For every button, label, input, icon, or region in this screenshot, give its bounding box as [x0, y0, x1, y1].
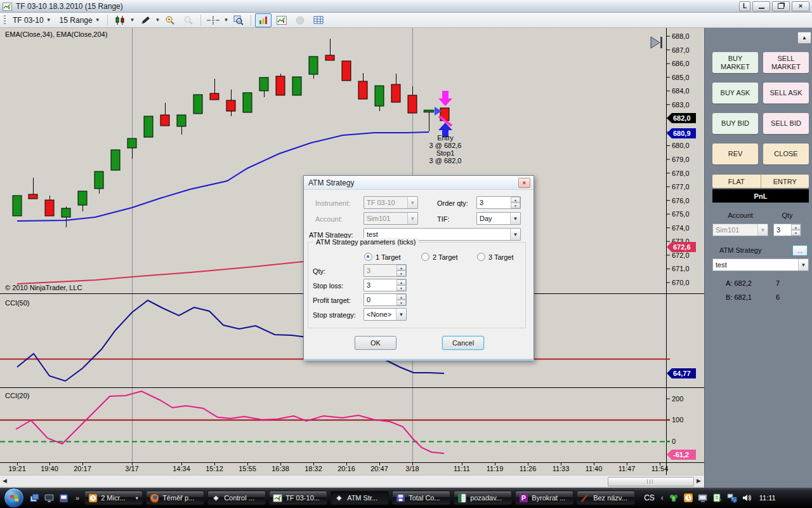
spin-down-icon[interactable]: ▼ [791, 230, 801, 236]
close-button[interactable]: × [792, 1, 809, 11]
sell-market-button[interactable]: SELL MARKET [763, 52, 809, 73]
account-select[interactable]: Sim101 ▼ [712, 224, 768, 236]
windows-taskbar: » 2 Micr...▼Téměř p...Control ...TF 03-1… [0, 488, 812, 508]
taskbar-button-t-m-p-[interactable]: Téměř p... [146, 491, 204, 505]
toolbar-grip[interactable] [4, 15, 6, 25]
entry-button[interactable]: ENTRY [761, 175, 809, 188]
taskbar-button-total-co-[interactable]: Total Co... [392, 491, 450, 505]
scroll-left-icon[interactable]: ◀ [3, 478, 7, 484]
taskbar-button-atm-str-[interactable]: ATM Str... [331, 491, 389, 505]
zoom-in-button[interactable] [162, 13, 178, 27]
stop-strategy-select[interactable]: <None> ▼ [363, 308, 407, 321]
spin-down-icon[interactable]: ▼ [511, 203, 520, 208]
instrument-select[interactable]: TF 03-10 ▼ [363, 196, 418, 209]
buy-market-button[interactable]: BUY MARKET [712, 52, 758, 73]
network-icon[interactable] [727, 493, 737, 503]
cancel-button[interactable]: Cancel [442, 336, 484, 350]
spin-down-icon[interactable]: ▼ [396, 285, 406, 291]
chevron-down-icon[interactable]: ▼ [130, 17, 135, 23]
clover-icon[interactable] [669, 493, 679, 503]
dialog-titlebar[interactable]: ATM Strategy × [304, 176, 534, 190]
card-icon[interactable] [712, 493, 723, 503]
grid-button[interactable] [310, 13, 327, 27]
rev-button[interactable]: REV [712, 144, 758, 164]
start-button[interactable] [4, 488, 24, 508]
radio-1-target[interactable]: 1 Target [364, 253, 401, 261]
profit-target-stepper[interactable]: 0 ▲▼ [363, 293, 407, 306]
task-label: ATM Str... [347, 494, 377, 502]
price-tick-label: 675,0 [672, 210, 690, 218]
tif-select[interactable]: Day ▼ [476, 212, 521, 225]
instrument-dropdown[interactable]: TF 03-10 ▼ [10, 15, 55, 26]
atm-strategy-value: test [367, 231, 378, 238]
chart-scrollbar[interactable]: ◀ ▶ [0, 475, 704, 486]
tray-clock-icon[interactable] [683, 493, 693, 503]
qty-stepper[interactable]: 3 ▲▼ [773, 224, 801, 236]
crosshair-button[interactable] [205, 13, 221, 27]
language-indicator[interactable]: CS [644, 493, 655, 502]
mini-chart-button[interactable] [273, 13, 290, 27]
data-box-button[interactable] [230, 13, 247, 27]
spin-down-icon[interactable]: ▼ [396, 300, 406, 305]
quick-launch-overflow[interactable]: » [75, 494, 79, 502]
minimize-button[interactable] [752, 1, 770, 11]
radio-3-target[interactable]: 3 Target [477, 253, 514, 261]
sell-bid-button[interactable]: SELL BID [763, 113, 809, 134]
taskbar-button-tf-03-10-[interactable]: TF 03-10... [269, 491, 327, 505]
chevron-down-icon[interactable]: ▼ [223, 17, 228, 23]
chart-trader-button[interactable] [255, 13, 272, 27]
media-player-icon[interactable] [58, 493, 69, 504]
chart-style-button[interactable] [112, 13, 128, 27]
taskbar-button-pozadav-[interactable]: pozadav... [454, 491, 512, 505]
period-dropdown[interactable]: 15 Range ▼ [56, 15, 103, 26]
sell-ask-button[interactable]: SELL ASK [763, 83, 809, 104]
drawing-tools-button[interactable] [137, 13, 154, 27]
monitor-icon[interactable] [698, 493, 708, 503]
task-label: TF 03-10... [285, 494, 320, 502]
scrollbar-thumb[interactable] [608, 477, 694, 486]
link-button[interactable]: L [739, 1, 750, 11]
tray-expand-icon[interactable]: ‹ [661, 493, 664, 502]
scroll-right-icon[interactable]: ▶ [697, 478, 701, 484]
chevron-down-icon[interactable]: ▼ [134, 496, 139, 500]
window-switcher-icon[interactable] [29, 493, 40, 504]
radio-2-target[interactable]: 2 Target [421, 253, 458, 261]
taskbar-button-bez-n-zv-[interactable]: Bez názv... [577, 491, 635, 505]
time-tick-label: 19:40 [41, 465, 58, 472]
stop-loss-stepper[interactable]: 3 ▲▼ [363, 279, 407, 291]
spin-up-icon[interactable]: ▲ [396, 265, 406, 271]
taskbar-button-control-[interactable]: Control ... [207, 491, 266, 505]
spin-down-icon[interactable]: ▼ [396, 271, 406, 276]
panel-collapse-button[interactable]: ▲ [797, 32, 811, 44]
time-tick-label: 15:12 [206, 465, 223, 472]
candle-body [391, 84, 400, 102]
restore-button[interactable] [772, 1, 790, 11]
show-desktop-icon[interactable] [44, 493, 55, 504]
atm-strategy-more-button[interactable]: ... [792, 245, 808, 256]
qty-stepper[interactable]: 3 ▲▼ [363, 264, 407, 277]
order-qty-stepper[interactable]: 3 ▲▼ [476, 196, 521, 209]
spin-up-icon[interactable]: ▲ [396, 294, 406, 300]
volume-icon[interactable] [742, 493, 752, 503]
ok-button[interactable]: OK [355, 336, 396, 350]
taskbar-button-byrokrat-[interactable]: PByrokrat ... [515, 491, 573, 505]
totalcmd-icon [396, 493, 405, 503]
flat-button[interactable]: FLAT [712, 175, 761, 188]
time-tick-label: 15:55 [239, 465, 256, 472]
buy-ask-button[interactable]: BUY ASK [712, 83, 758, 104]
candle-body [193, 95, 202, 114]
taskbar-button-2-micr-[interactable]: 2 Micr...▼ [84, 491, 143, 505]
atm-strategy-select[interactable]: test ▼ [712, 258, 809, 271]
chevron-down-icon[interactable]: ▼ [155, 17, 160, 23]
suspend-button[interactable] [292, 13, 308, 27]
buy-bid-button[interactable]: BUY BID [712, 113, 758, 134]
grid-icon [313, 15, 324, 25]
task-label: Bez názv... [593, 494, 627, 502]
zoom-out-button[interactable] [180, 13, 197, 27]
close-button[interactable]: CLOSE [763, 144, 809, 164]
account-select[interactable]: Sim101 ▼ [363, 212, 418, 225]
spin-up-icon[interactable]: ▲ [396, 279, 406, 285]
spin-up-icon[interactable]: ▲ [791, 224, 801, 230]
dialog-close-button[interactable]: × [518, 178, 530, 188]
spin-up-icon[interactable]: ▲ [511, 197, 520, 203]
